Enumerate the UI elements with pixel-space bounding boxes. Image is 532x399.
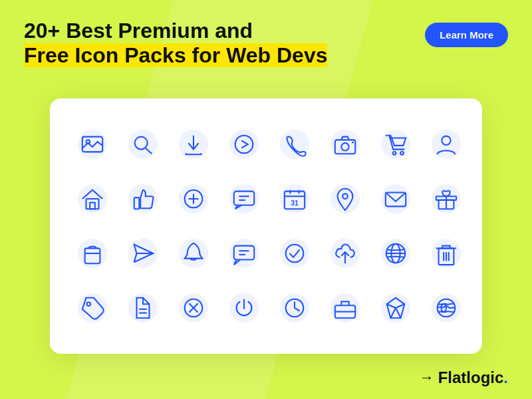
add-circle-icon: [181, 186, 206, 211]
list-item: [68, 120, 116, 168]
list-item: [119, 284, 167, 332]
list-item: [422, 284, 470, 332]
globe-icon: [383, 241, 408, 266]
list-item: [68, 284, 116, 332]
svg-rect-34: [234, 246, 254, 260]
svg-line-3: [146, 148, 152, 154]
checkmark-circle-icon: [282, 241, 307, 266]
svg-point-2: [135, 137, 148, 150]
svg-rect-0: [82, 137, 102, 152]
mail-icon: [383, 186, 408, 211]
power-icon: [231, 295, 257, 321]
list-item: [321, 284, 369, 332]
home-icon: [80, 186, 105, 211]
list-item: [321, 229, 369, 277]
list-item: [119, 120, 167, 168]
svg-rect-18: [234, 192, 254, 205]
learn-more-button[interactable]: Learn More: [425, 23, 508, 47]
camera-icon: [332, 132, 358, 157]
svg-point-11: [442, 136, 450, 145]
list-item: [422, 229, 470, 277]
cart-icon: [383, 132, 408, 157]
icon-grid: 31: [68, 120, 464, 332]
svg-point-5: [235, 136, 253, 154]
cloud-upload-icon: [332, 241, 358, 266]
user-icon: [434, 132, 459, 157]
list-item: [422, 120, 470, 168]
svg-rect-12: [86, 199, 99, 209]
list-item: [170, 229, 217, 277]
list-item: [119, 229, 167, 277]
svg-rect-14: [134, 198, 140, 209]
list-item: [271, 284, 319, 332]
svg-point-10: [400, 152, 404, 155]
list-item: [170, 284, 217, 332]
thumbs-up-icon: [130, 186, 156, 211]
list-item: [372, 120, 420, 168]
svg-point-26: [342, 194, 348, 199]
list-item: [220, 229, 268, 277]
list-item: [68, 229, 116, 277]
list-item: [68, 175, 116, 223]
title-line1: 20+ Best Premium and: [24, 19, 253, 43]
svg-rect-13: [90, 203, 95, 209]
brand-footer: → Flatlogic.: [420, 368, 508, 387]
svg-point-8: [352, 142, 354, 144]
list-item: [220, 284, 268, 332]
bell-icon: [181, 241, 206, 266]
earth-icon: [434, 295, 459, 321]
gift-icon: [434, 186, 459, 211]
svg-line-59: [396, 308, 401, 318]
list-item: [321, 175, 369, 223]
svg-point-7: [341, 143, 348, 150]
svg-text:31: 31: [291, 200, 299, 207]
list-item: [372, 175, 420, 223]
list-item: [119, 175, 167, 223]
headline: 20+ Best Premium and Free Icon Packs for…: [24, 19, 327, 68]
list-item: [271, 120, 319, 168]
list-item: [170, 120, 217, 168]
clock-icon: [282, 295, 307, 321]
brand-name: Flatlogic.: [438, 368, 508, 387]
list-item: 31: [271, 175, 319, 223]
list-item: [422, 175, 470, 223]
list-item: [321, 120, 369, 168]
search-icon: [130, 132, 156, 157]
list-item: [170, 175, 217, 223]
tag-icon: [80, 295, 105, 321]
title-line2: Free Icon Packs for Web Devs: [24, 43, 327, 67]
diamond-icon: [383, 295, 408, 321]
shopping-bag-icon: [80, 241, 105, 266]
list-item: [271, 229, 319, 277]
chat-bubble-icon: [231, 186, 257, 211]
brand-arrow-icon: →: [420, 369, 434, 386]
download-icon: [181, 132, 206, 157]
svg-point-47: [86, 302, 90, 306]
svg-point-37: [286, 245, 304, 263]
phone-icon: [282, 132, 307, 157]
send-icon: [130, 241, 156, 266]
list-item: [372, 284, 420, 332]
trash-icon: [434, 241, 459, 266]
close-circle-icon: [181, 295, 206, 321]
calendar-icon: 31: [282, 186, 307, 211]
message-icon: [231, 241, 257, 266]
list-item: [220, 175, 268, 223]
document-icon: [130, 295, 156, 321]
svg-point-9: [393, 152, 396, 155]
svg-rect-31: [85, 248, 100, 263]
icon-card: 31: [50, 98, 482, 354]
location-pin-icon: [332, 186, 358, 211]
list-item: [220, 120, 268, 168]
svg-line-58: [390, 308, 396, 318]
briefcase-icon: [332, 295, 358, 321]
header: 20+ Best Premium and Free Icon Packs for…: [24, 19, 508, 68]
list-item: [372, 229, 420, 277]
arrow-right-circle-icon: [231, 132, 257, 157]
image-icon: [80, 132, 105, 157]
